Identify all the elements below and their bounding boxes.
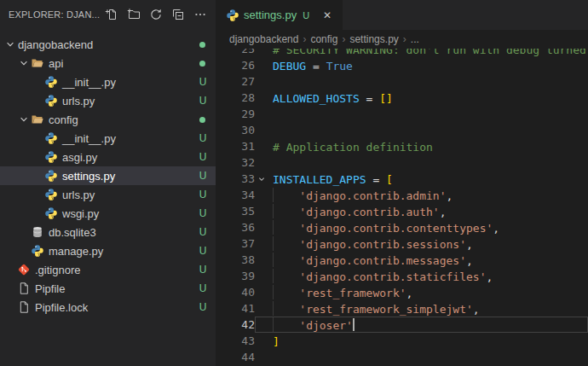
- breadcrumb-item-config[interactable]: config: [310, 33, 337, 45]
- tree-item-settings-py[interactable]: settings.pyU: [0, 166, 216, 185]
- token: ,: [486, 270, 493, 283]
- tree-item-gitignore[interactable]: .gitignoreU: [0, 260, 216, 279]
- tree-item-label: wsgi.py: [61, 207, 197, 220]
- tree-item-init-py[interactable]: __init__.pyU: [0, 129, 216, 148]
- tree-item-asgi-py[interactable]: asgi.pyU: [0, 148, 216, 166]
- tree-item-label: Pipfile: [34, 282, 197, 295]
- tree-item-wsgi-py[interactable]: wsgi.pyU: [0, 204, 216, 223]
- tab-settings-py[interactable]: settings.py U ✕: [216, 0, 343, 30]
- fold-chevron-icon[interactable]: [256, 171, 268, 186]
- tree-item-label: db.sqlite3: [48, 226, 197, 239]
- tree-item-label: settings.py: [61, 170, 197, 183]
- git-status-badge: U: [197, 151, 209, 163]
- code-line[interactable]: 44: [216, 349, 588, 365]
- token: =: [360, 92, 379, 105]
- refresh-icon[interactable]: [147, 6, 164, 23]
- code-line[interactable]: 26DEBUG = True: [216, 57, 588, 73]
- code-line[interactable]: 31# Application definition: [216, 138, 588, 154]
- fold-column: [256, 236, 268, 251]
- line-text: 'django.contrib.staticfiles',: [268, 269, 587, 283]
- line-number: 39: [216, 268, 255, 284]
- fold-column: [256, 155, 268, 170]
- token: [273, 287, 299, 299]
- tree-item-manage-py[interactable]: manage.pyU: [0, 241, 216, 260]
- git-status-badge: U: [197, 226, 209, 238]
- token: =: [306, 60, 326, 73]
- tree-item-urls-py[interactable]: urls.pyU: [0, 185, 216, 204]
- file-icon: [17, 282, 34, 295]
- tree-item-urls-py[interactable]: urls.pyU: [0, 91, 216, 110]
- breadcrumb-item-[interactable]: ...: [411, 33, 419, 45]
- token: [: [386, 173, 393, 186]
- token: True: [326, 60, 353, 73]
- tree-item-pipfile-lock[interactable]: Pipfile.lockU: [0, 298, 216, 317]
- chevron-down-icon[interactable]: [17, 113, 31, 126]
- tree-item-api[interactable]: api: [0, 54, 216, 73]
- code-line[interactable]: 32: [216, 154, 588, 171]
- tree-item-djangobackend[interactable]: djangobackend: [0, 35, 216, 54]
- code-line[interactable]: 41 'rest_framework_simplejwt',: [216, 300, 588, 317]
- code-line[interactable]: 35 'django.contrib.auth',: [216, 203, 588, 219]
- code-line[interactable]: 34 'django.contrib.admin',: [216, 187, 588, 203]
- breadcrumb-item-settings-py[interactable]: settings.py: [349, 33, 398, 45]
- python-icon: [44, 131, 61, 145]
- code-line[interactable]: 27: [216, 73, 588, 90]
- token: ,: [473, 303, 480, 316]
- tree-item-label: api: [48, 57, 196, 70]
- fold-column: [256, 220, 268, 235]
- line-text: 'django.contrib.auth',: [268, 204, 587, 218]
- token: 'rest_framework_simplejwt': [299, 303, 473, 316]
- python-icon: [44, 94, 61, 107]
- python-icon: [44, 188, 61, 201]
- tree-item-pipfile[interactable]: PipfileU: [0, 279, 216, 298]
- code-line[interactable]: 40 'rest_framework',: [216, 284, 588, 300]
- git-status-badge: U: [197, 301, 209, 313]
- code-line[interactable]: 30: [216, 122, 588, 138]
- line-number: 36: [216, 219, 255, 235]
- token: ,: [466, 254, 473, 267]
- more-actions-icon[interactable]: [192, 6, 209, 23]
- python-icon: [44, 206, 61, 220]
- line-content: 'django.contrib.admin',: [255, 187, 588, 203]
- new-folder-icon[interactable]: [125, 6, 142, 23]
- chevron-down-icon[interactable]: [3, 38, 17, 51]
- line-number: 33: [216, 171, 255, 187]
- code-line[interactable]: 29: [216, 106, 588, 122]
- line-number: 44: [216, 349, 255, 365]
- token: =: [366, 173, 386, 186]
- breadcrumb-item-djangobackend[interactable]: djangobackend: [229, 33, 298, 45]
- new-file-icon[interactable]: [103, 6, 120, 23]
- vscode-window: EXPLORER: DJAN... djangobackendapi__init…: [0, 0, 588, 366]
- tree-item-init-py[interactable]: __init__.pyU: [0, 73, 216, 91]
- code-line[interactable]: 39 'django.contrib.staticfiles',: [216, 268, 588, 284]
- code-line[interactable]: 42 'djoser': [216, 317, 588, 333]
- code-line[interactable]: 37 'django.contrib.sessions',: [216, 235, 588, 252]
- line-number: 28: [216, 90, 255, 106]
- code-line[interactable]: 36 'django.contrib.contenttypes',: [216, 219, 588, 235]
- fold-column: [256, 301, 268, 316]
- token: [273, 206, 299, 218]
- collapse-all-icon[interactable]: [170, 6, 187, 23]
- line-text: 'django.contrib.contenttypes',: [268, 220, 587, 235]
- fold-column: [256, 269, 268, 283]
- tree-item-config[interactable]: config: [0, 110, 216, 129]
- breadcrumb-separator: ›: [342, 33, 345, 45]
- git-status-badge: U: [197, 189, 209, 200]
- token: []: [379, 92, 393, 105]
- code-line[interactable]: 25# SECURITY WARNING: don't run with deb…: [216, 49, 588, 57]
- chevron-down-icon[interactable]: [17, 56, 31, 70]
- token: # SECURITY WARNING: don't run with debug…: [273, 49, 586, 56]
- git-status-badge: U: [197, 207, 209, 219]
- token: ALLOWED_HOSTS: [273, 92, 360, 105]
- code-line[interactable]: 38 'django.contrib.messages',: [216, 252, 588, 268]
- code-line[interactable]: 33INSTALLED_APPS = [: [216, 171, 588, 187]
- close-icon[interactable]: ✕: [320, 9, 334, 22]
- line-text: 'rest_framework_simplejwt',: [268, 301, 587, 316]
- fold-column: [256, 107, 268, 121]
- tree-item-db-sqlite3[interactable]: db.sqlite3U: [0, 223, 216, 241]
- code-editor[interactable]: 25# SECURITY WARNING: don't run with deb…: [216, 49, 588, 366]
- token: [273, 189, 299, 202]
- code-line[interactable]: 28ALLOWED_HOSTS = []: [216, 90, 588, 106]
- line-number: 29: [216, 106, 255, 122]
- code-line[interactable]: 43]: [216, 333, 588, 349]
